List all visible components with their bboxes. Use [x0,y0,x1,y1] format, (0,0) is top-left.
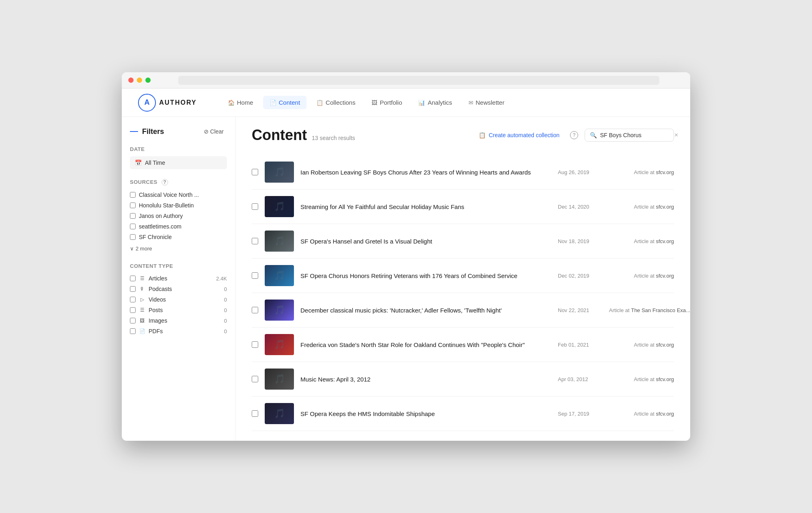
app-window: A AUTHORY 🏠 Home 📄 Content 📋 Collections… [122,72,690,441]
articles-icon: ☰ [139,276,145,281]
sources-help-icon[interactable]: ? [162,179,168,185]
page-title: Content [252,127,307,144]
ct-checkbox-videos[interactable] [130,297,136,302]
article-row[interactable]: 🎵 Music News: April 3, 2012 Apr 03, 2012… [252,362,674,397]
article-checkbox-2[interactable] [252,203,258,210]
source-label-sfchronicle: SF Chronicle [139,234,172,240]
ct-checkbox-podcasts[interactable] [130,286,136,292]
source-checkbox-classical[interactable] [130,192,136,198]
date-select[interactable]: 📅 All Time [130,156,227,169]
search-box: 🔍 × [585,129,674,142]
article-checkbox-5[interactable] [252,307,258,313]
content-type-podcasts[interactable]: 🎙 Podcasts 0 [130,284,227,294]
article-source-4: Article at sfcv.org [609,273,674,279]
ct-label-videos: Videos [149,296,221,303]
ct-label-podcasts: Podcasts [149,286,221,292]
sidebar: Filters ⊘ Clear Date 📅 All Time Sources [122,117,235,441]
minimize-button[interactable] [137,78,142,83]
content-area: Content 13 search results 📋 Create autom… [235,117,690,441]
article-date-5: Nov 22, 2021 [558,307,603,313]
article-source-3: Article at sfcv.org [609,238,674,244]
ct-count-podcasts: 0 [224,286,227,292]
article-source-8: Article at sfcv.org [609,411,674,417]
newsletter-icon: ✉ [469,99,473,106]
article-row[interactable]: 🎵 SF Opera Keeps the HMS Indomitable Shi… [252,397,674,431]
article-info-6: Frederica von Stade's North Star Role fo… [300,341,551,349]
nav-item-home[interactable]: 🏠 Home [221,96,260,109]
content-type-pdfs[interactable]: 📄 PDFs 0 [130,326,227,336]
source-item-sfchronicle[interactable]: SF Chronicle [130,232,227,242]
content-type-label: Content type [130,263,227,269]
videos-icon: ▷ [139,297,145,302]
article-thumbnail-1: 🎵 [265,162,294,183]
content-type-images[interactable]: 🖼 Images 0 [130,315,227,326]
ct-checkbox-images[interactable] [130,318,136,323]
article-thumbnail-7: 🎵 [265,369,294,390]
thumb-inner-8: 🎵 [265,403,294,424]
article-thumbnail-5: 🎵 [265,300,294,321]
article-thumbnail-2: 🎵 [265,196,294,217]
ct-checkbox-articles[interactable] [130,276,136,281]
nav-item-newsletter[interactable]: ✉ Newsletter [462,96,511,109]
article-row[interactable]: 🎵 Frederica von Stade's North Star Role … [252,328,674,362]
nav-item-content[interactable]: 📄 Content [263,96,307,109]
filters-title: Filters [130,127,164,136]
ct-checkbox-pdfs[interactable] [130,328,136,334]
source-checkbox-janos[interactable] [130,213,136,219]
source-checkbox-honolulu[interactable] [130,203,136,208]
nav-items: 🏠 Home 📄 Content 📋 Collections 🖼 Portfol… [221,96,674,109]
article-checkbox-3[interactable] [252,238,258,244]
article-checkbox-8[interactable] [252,410,258,417]
nav-item-portfolio[interactable]: 🖼 Portfolio [365,96,408,109]
search-input[interactable] [600,132,671,138]
article-row[interactable]: 🎵 SF Opera Chorus Honors Retiring Vetera… [252,259,674,293]
source-item-classical[interactable]: Classical Voice North ... [130,190,227,200]
source-item-honolulu[interactable]: Honolulu Star-Bulletin [130,200,227,211]
article-row[interactable]: 🎵 Ian Robertson Leaving SF Boys Chorus A… [252,155,674,190]
article-source-6: Article at sfcv.org [609,342,674,348]
logo[interactable]: A AUTHORY [138,94,197,112]
clear-button[interactable]: ⊘ Clear [201,127,227,136]
content-type-videos[interactable]: ▷ Videos 0 [130,294,227,305]
more-label: 2 more [136,246,152,252]
source-item-seattletimes[interactable]: seattletimes.com [130,221,227,232]
help-icon[interactable]: ? [570,131,578,139]
nav-label-analytics: Analytics [428,99,452,106]
create-collection-label: Create automated collection [489,132,559,138]
posts-icon: ☰ [139,307,145,313]
article-title-4: SF Opera Chorus Honors Retiring Veterans… [300,272,551,280]
nav-label-content: Content [279,99,300,106]
article-checkbox-7[interactable] [252,376,258,382]
article-checkbox-6[interactable] [252,341,258,348]
content-type-articles[interactable]: ☰ Articles 2.4K [130,273,227,284]
nav-label-newsletter: Newsletter [476,99,505,106]
nav-label-home: Home [237,99,253,106]
article-row[interactable]: 🎵 December classical music picks: 'Nutcr… [252,293,674,328]
ct-checkbox-posts[interactable] [130,307,136,313]
address-bar[interactable] [178,76,659,85]
date-value: All Time [145,160,165,166]
article-row[interactable]: 🎵 SF Opera's Hansel and Gretel Is a Visu… [252,224,674,259]
article-row[interactable]: 🎵 Streaming for All Ye Faithful and Secu… [252,190,674,224]
images-icon: 🖼 [139,318,145,323]
close-button[interactable] [128,78,134,83]
ct-count-pdfs: 0 [224,328,227,334]
article-checkbox-1[interactable] [252,169,258,175]
article-date-3: Nov 18, 2019 [558,238,603,244]
sources-more-link[interactable]: ∨ 2 more [130,244,227,253]
nav-item-collections[interactable]: 📋 Collections [310,96,362,109]
date-filter-section: Date 📅 All Time [130,146,227,169]
ct-label-posts: Posts [149,307,221,313]
content-header: Content 13 search results 📋 Create autom… [252,127,674,144]
maximize-button[interactable] [145,78,151,83]
create-collection-button[interactable]: 📋 Create automated collection [475,129,564,141]
source-checkbox-sfchronicle[interactable] [130,234,136,240]
search-clear-button[interactable]: × [674,131,678,139]
nav-label-collections: Collections [326,99,355,106]
source-item-janos[interactable]: Janos on Authory [130,211,227,221]
content-type-posts[interactable]: ☰ Posts 0 [130,305,227,315]
nav-item-analytics[interactable]: 📊 Analytics [412,96,458,109]
source-checkbox-seattletimes[interactable] [130,224,136,229]
article-title-1: Ian Robertson Leaving SF Boys Chorus Aft… [300,168,551,177]
article-checkbox-4[interactable] [252,272,258,279]
